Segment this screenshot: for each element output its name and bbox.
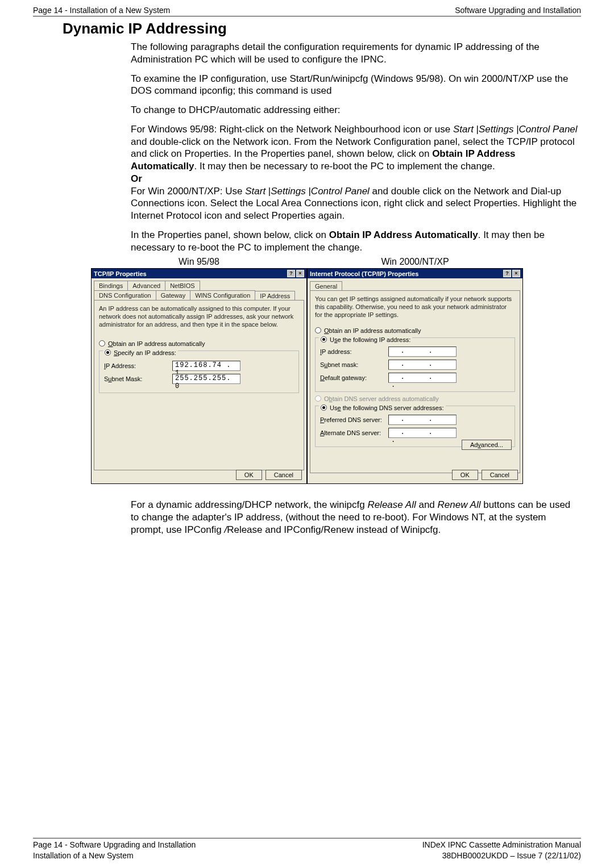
paragraph-dynamic-note: For a dynamic addressing/DHCP network, t… <box>131 499 581 536</box>
tab-general[interactable]: General <box>310 281 342 291</box>
tab-netbios[interactable]: NetBIOS <box>165 281 200 290</box>
preferred-dns-row: Preferred DNS server: . . . <box>320 415 510 425</box>
footer-left-line1: Page 14 - Software Upgrading and Install… <box>33 840 196 850</box>
tab-gateway[interactable]: Gateway <box>156 290 190 300</box>
radio-use-following-dns[interactable]: Use the following DNS server addresses: <box>319 404 446 411</box>
subnet-mask-row: Subnet mask: . . . <box>320 360 510 370</box>
subnet-mask-row: Subnet Mask: 255.255.255. 0 <box>104 374 294 384</box>
text-frag: | <box>306 186 311 197</box>
radio-label: Obtain an IP address automatically <box>324 327 421 334</box>
default-gateway-row: Default gateway: . . . <box>320 373 510 383</box>
dialog-title: TCP/IP Properties <box>94 270 147 277</box>
text-frag: | <box>265 186 271 197</box>
radio-label: Obtain DNS server address automatically <box>324 395 439 402</box>
italic-start: Start <box>245 186 265 197</box>
ok-button[interactable]: OK <box>236 470 262 480</box>
dialog-titlebar: Internet Protocol (TCP/IP) Properties ? … <box>308 269 522 278</box>
dialog-buttons: OK Cancel <box>452 470 518 480</box>
alternate-dns-input[interactable]: . . . <box>388 428 457 438</box>
dialog-body: You can get IP settings assigned automat… <box>310 290 520 473</box>
radio-label: Specify an IP address: <box>114 349 176 356</box>
ok-button[interactable]: OK <box>452 470 478 480</box>
specify-ip-group: Specify an IP address: IP Address: 192.1… <box>99 350 299 393</box>
tab-row-2: DNS Configuration Gateway WINS Configura… <box>92 290 306 300</box>
dialog-title: Internet Protocol (TCP/IP) Properties <box>310 270 418 277</box>
page-footer: Page 14 - Software Upgrading and Install… <box>33 838 581 861</box>
win2000-column: Win 2000/NT/XP Internet Protocol (TCP/IP… <box>307 257 523 484</box>
cancel-button[interactable]: Cancel <box>482 470 518 480</box>
ip-address-row: IP address: . . . <box>320 347 510 357</box>
default-gateway-input[interactable]: . . . <box>388 373 457 383</box>
footer-right-line2: 38DHB0002UKDD – Issue 7 (22/11/02) <box>422 850 581 861</box>
content-area: Dynamic IP Addressing The following para… <box>33 20 581 838</box>
win2000-title: Win 2000/NT/XP <box>307 257 523 267</box>
italic-controlpanel: Control Panel <box>311 186 370 197</box>
footer-right: INDeX IPNC Cassette Administration Manua… <box>422 840 581 861</box>
text-frag: For a dynamic addressing/DHCP network, t… <box>131 499 367 510</box>
subnet-mask-input[interactable]: . . . <box>388 360 457 370</box>
text-frag: and <box>416 499 438 510</box>
radio-specify-ip[interactable]: Specify an IP address: <box>103 349 178 356</box>
tab-row: General <box>308 278 522 290</box>
advanced-button[interactable]: Advanced... <box>462 440 512 450</box>
ip-address-row: IP Address: 192.168.74 . 1 <box>104 361 294 371</box>
header-right: Software Upgrading and Installation <box>455 6 581 15</box>
bold-obtain2: Obtain IP Address Automatically <box>329 229 478 240</box>
radio-use-following-ip[interactable]: Use the following IP address: <box>319 336 412 343</box>
italic-release-all: Release All <box>367 499 416 510</box>
text-frag: For Win 2000/NT/XP: Use <box>131 186 245 197</box>
ip-address-label: IP address: <box>320 348 388 355</box>
tab-row-1: Bindings Advanced NetBIOS <box>92 278 306 290</box>
ip-protocol-properties-dialog: Internet Protocol (TCP/IP) Properties ? … <box>307 268 523 484</box>
dialog-titlebar: TCP/IP Properties ? × <box>92 269 306 278</box>
radio-obtain-dns-auto: Obtain DNS server address automatically <box>315 395 515 402</box>
bold-or: Or <box>131 173 142 184</box>
ip-address-input[interactable]: . . . <box>388 347 457 357</box>
italic-settings: Settings <box>271 186 305 197</box>
radio-label: Use the following DNS server addresses: <box>330 404 444 411</box>
cancel-button[interactable]: Cancel <box>265 470 302 480</box>
radio-obtain-ip-auto[interactable]: Obtain an IP address automatically <box>315 327 515 334</box>
text-frag: | <box>513 124 518 135</box>
tab-bindings[interactable]: Bindings <box>94 281 128 290</box>
tab-ip-address[interactable]: IP Address <box>255 291 295 301</box>
dialog-buttons: OK Cancel <box>236 470 302 480</box>
radio-icon <box>105 349 111 356</box>
subnet-mask-label: Subnet mask: <box>320 361 388 368</box>
footer-left: Page 14 - Software Upgrading and Install… <box>33 840 196 861</box>
italic-controlpanel: Control Panel <box>519 124 578 135</box>
section-title: Dynamic IP Addressing <box>63 20 581 37</box>
close-icon[interactable]: × <box>296 270 304 277</box>
win9598-title: Win 95/98 <box>91 257 307 267</box>
ip-address-input[interactable]: 192.168.74 . 1 <box>172 361 240 371</box>
paragraph-win9598: For Windows 95/98: Right-click on the Ne… <box>131 123 581 222</box>
text-frag: For Windows 95/98: Right-click on the Ne… <box>131 124 453 135</box>
header-left: Page 14 - Installation of a New System <box>33 6 170 15</box>
text-frag: Release and IPConfig/Renew instead of Wi… <box>227 524 441 535</box>
radio-icon <box>321 336 327 343</box>
paragraph-change: To change to DHCP/automatic addressing e… <box>131 104 581 116</box>
help-icon[interactable]: ? <box>287 270 295 277</box>
ip-address-label: IP Address: <box>104 362 172 369</box>
footer-right-line1: INDeX IPNC Cassette Administration Manua… <box>422 840 581 850</box>
radio-icon <box>321 404 327 411</box>
tab-dns-config[interactable]: DNS Configuration <box>94 290 156 300</box>
tab-advanced[interactable]: Advanced <box>128 281 165 290</box>
subnet-mask-input[interactable]: 255.255.255. 0 <box>172 374 240 384</box>
tab-wins-config[interactable]: WINS Configuration <box>190 290 255 300</box>
use-following-ip-group: Use the following IP address: IP address… <box>315 337 515 392</box>
radio-obtain-auto[interactable]: Obtain an IP address automatically <box>99 340 299 347</box>
preferred-dns-input[interactable]: . . . <box>388 415 457 425</box>
dialogs-row: Win 95/98 TCP/IP Properties ? × Bindings… <box>33 257 581 484</box>
help-icon[interactable]: ? <box>503 270 511 277</box>
paragraph-intro: The following paragraphs detail the conf… <box>131 41 581 66</box>
alternate-dns-label: Alternate DNS server: <box>320 429 388 436</box>
close-icon[interactable]: × <box>512 270 520 277</box>
default-gateway-label: Default gateway: <box>320 374 388 381</box>
italic-renew-all: Renew All <box>438 499 481 510</box>
text-frag: In the Properties panel, shown below, cl… <box>131 229 329 240</box>
radio-icon <box>99 340 105 347</box>
preferred-dns-label: Preferred DNS server: <box>320 416 388 423</box>
subnet-mask-label: Subnet Mask: <box>104 375 172 382</box>
dialog-body: An IP address can be automatically assig… <box>94 300 304 470</box>
